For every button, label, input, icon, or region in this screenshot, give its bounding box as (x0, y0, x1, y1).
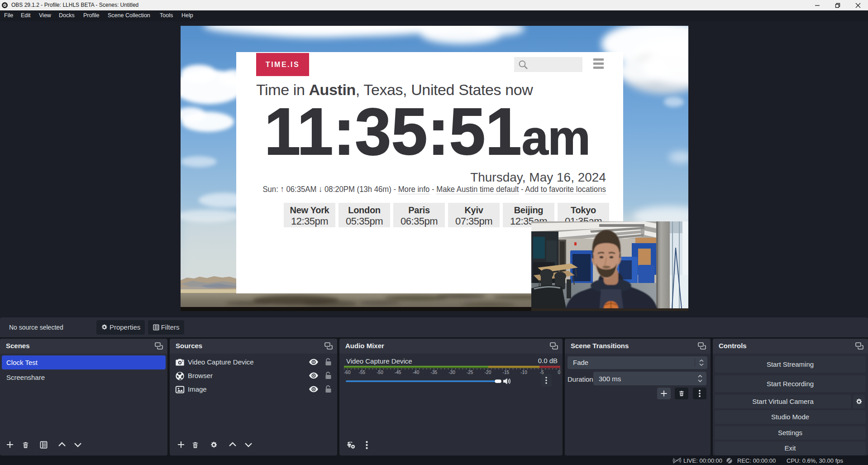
svg-text:-55: -55 (359, 370, 366, 375)
svg-text:-60: -60 (344, 370, 351, 375)
svg-text:-50: -50 (377, 370, 383, 375)
svg-text:-35: -35 (431, 370, 438, 375)
svg-text:-25: -25 (467, 370, 473, 375)
svg-text:-10: -10 (520, 370, 527, 375)
svg-text:-45: -45 (395, 370, 401, 375)
svg-text:0: 0 (558, 370, 560, 375)
svg-text:-30: -30 (448, 370, 455, 375)
svg-text:-40: -40 (413, 370, 420, 375)
svg-text:-15: -15 (503, 370, 510, 375)
svg-text:-20: -20 (485, 370, 491, 375)
